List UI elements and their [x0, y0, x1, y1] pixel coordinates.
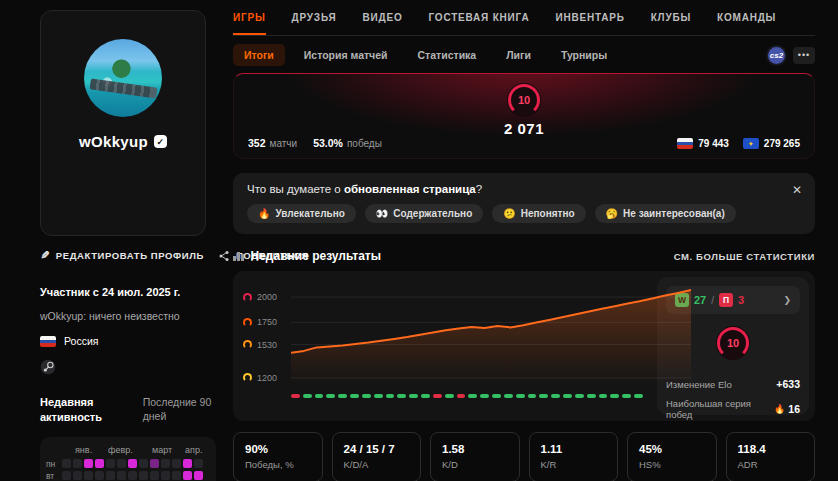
win-dash [362, 394, 371, 398]
heatmap-cell[interactable] [172, 459, 181, 468]
win-dash [445, 394, 454, 398]
stat-card-hs-: 45%HS% [627, 432, 717, 481]
stat-label: K/D [442, 459, 508, 470]
heatmap-cell[interactable] [172, 471, 181, 480]
level-gauge-icon [243, 373, 252, 382]
feedback-banner: Что вы думаете о обновленная страница? ✕… [233, 173, 815, 234]
feedback-option[interactable]: 😕Непонятно [492, 204, 585, 223]
heatmap-cell[interactable] [73, 471, 82, 480]
match-results-strip [291, 394, 643, 398]
heatmap-cell[interactable] [62, 459, 71, 468]
heatmap-cell[interactable] [84, 459, 93, 468]
heatmap-cell[interactable] [95, 459, 104, 468]
sub-navigation: ИтогиИстория матчейСтатистикаЛигиТурниры… [233, 44, 815, 66]
fire-icon: 🔥 [774, 404, 785, 414]
win-dash [397, 394, 406, 398]
stats-summary-row: 90%Победы, %24 / 15 / 7K/D/A1.58K/D1.11K… [233, 432, 815, 481]
win-dash [409, 394, 418, 398]
month-label: март [152, 445, 172, 455]
stat-card-k-d: 1.58K/D [430, 432, 520, 481]
feedback-option-label: Содержательно [393, 208, 472, 219]
emoji-icon: 👀 [376, 208, 388, 219]
tick-label: 2000 [257, 292, 277, 302]
heatmap-cell[interactable] [150, 471, 159, 480]
heatmap-cell[interactable] [139, 471, 148, 480]
stat-value: 1.11 [541, 443, 607, 455]
elo-hero-card: 10 2 071 352матчи 53.0%победы 79 443✦279… [233, 73, 815, 159]
heatmap-cell[interactable] [117, 459, 126, 468]
stat-value: 90% [245, 443, 311, 455]
subnav-tab-лиги[interactable]: Лиги [495, 44, 542, 66]
heatmap-cell[interactable] [150, 459, 159, 468]
day-label: вт [46, 471, 62, 481]
ru-flag-icon [677, 138, 693, 149]
heatmap-cell[interactable] [183, 471, 192, 480]
win-dash [504, 394, 513, 398]
matches-stat: 352матчи [248, 137, 297, 149]
more-options-button[interactable]: ••• [793, 47, 815, 64]
heatmap-cell[interactable] [161, 471, 170, 480]
win-dash [468, 394, 477, 398]
win-dash [539, 394, 548, 398]
day-label: пн [46, 459, 62, 469]
subnav-tab-итоги[interactable]: Итоги [233, 44, 285, 66]
win-dash [421, 394, 430, 398]
heatmap-cell[interactable] [194, 471, 203, 480]
feedback-option[interactable]: 🥱Не заинтересован(а) [595, 204, 736, 223]
nav-tab-игры[interactable]: ИГРЫ [233, 12, 266, 35]
heatmap-cell[interactable] [183, 459, 192, 468]
cs2-game-icon[interactable]: cs2 [766, 45, 787, 66]
close-icon[interactable]: ✕ [792, 183, 802, 197]
feedback-option[interactable]: 👀Содержательно [365, 204, 483, 223]
heatmap-cell[interactable] [161, 459, 170, 468]
subnav-tab-история матчей[interactable]: История матчей [293, 44, 399, 66]
win-dash [563, 394, 572, 398]
nav-tab-клубы[interactable]: КЛУБЫ [651, 12, 691, 35]
win-dash [610, 394, 619, 398]
heatmap-row: вт [46, 471, 210, 481]
win-dash [551, 394, 560, 398]
heatmap-cell[interactable] [139, 459, 148, 468]
heatmap-cell[interactable] [194, 459, 203, 468]
heatmap-cell[interactable] [106, 459, 115, 468]
stat-card-k-r: 1.11K/R [529, 432, 619, 481]
recent-results-header: Недавние результаты СМ. БОЛЬШЕ СТАТИСТИК… [233, 249, 815, 263]
stat-label: K/D/A [344, 459, 410, 470]
win-dash [575, 394, 584, 398]
heatmap-cell[interactable] [62, 471, 71, 480]
see-more-stats-link[interactable]: СМ. БОЛЬШЕ СТАТИСТИКИ [674, 251, 815, 262]
nav-tab-гостевая книга[interactable]: ГОСТЕВАЯ КНИГА [428, 12, 529, 35]
stat-value: 45% [639, 443, 705, 455]
russia-flag-icon [40, 336, 56, 347]
avatar[interactable] [84, 39, 162, 117]
tick-label: 1200 [257, 373, 277, 383]
level-gauge-icon [243, 293, 252, 302]
nav-tab-команды[interactable]: КОМАНДЫ [717, 12, 776, 35]
region-ranking-eu: ✦279 265 [743, 138, 800, 149]
recent-results-card: 2000175015301200 W 27 / П 3 ❯ 10 Изменен… [233, 271, 815, 421]
heatmap-cell[interactable] [84, 471, 93, 480]
emoji-icon: 🥱 [606, 208, 618, 219]
elo-value: 2 071 [504, 120, 544, 137]
main-content: ИГРЫДРУЗЬЯВИДЕОГОСТЕВАЯ КНИГАИНВЕНТАРЬКЛ… [225, 0, 838, 481]
subnav-tab-статистика[interactable]: Статистика [407, 44, 488, 66]
feedback-option[interactable]: 🔥Увлекательно [247, 204, 356, 223]
heatmap-cell[interactable] [106, 471, 115, 480]
member-since: Участник с 24 июл. 2025 г. [40, 286, 225, 298]
nav-tab-друзья[interactable]: ДРУЗЬЯ [292, 12, 337, 35]
heatmap-cell[interactable] [128, 471, 137, 480]
heatmap-cell[interactable] [73, 459, 82, 468]
heatmap-cell[interactable] [117, 471, 126, 480]
steam-icon[interactable] [40, 359, 225, 379]
country-row: Россия [40, 335, 225, 347]
heatmap-cell[interactable] [128, 459, 137, 468]
subnav-tab-турниры[interactable]: Турниры [550, 44, 618, 66]
level-gauge-icon [243, 340, 252, 349]
win-dash [338, 394, 347, 398]
nav-tab-инвентарь[interactable]: ИНВЕНТАРЬ [555, 12, 624, 35]
nav-tab-видео[interactable]: ВИДЕО [362, 12, 402, 35]
ranking-value: 79 443 [698, 138, 729, 149]
winrate-stat: 53.0%победы [313, 137, 382, 149]
edit-profile-button[interactable]: ✎ РЕДАКТИРОВАТЬ ПРОФИЛЬ [40, 249, 204, 262]
heatmap-cell[interactable] [95, 471, 104, 480]
